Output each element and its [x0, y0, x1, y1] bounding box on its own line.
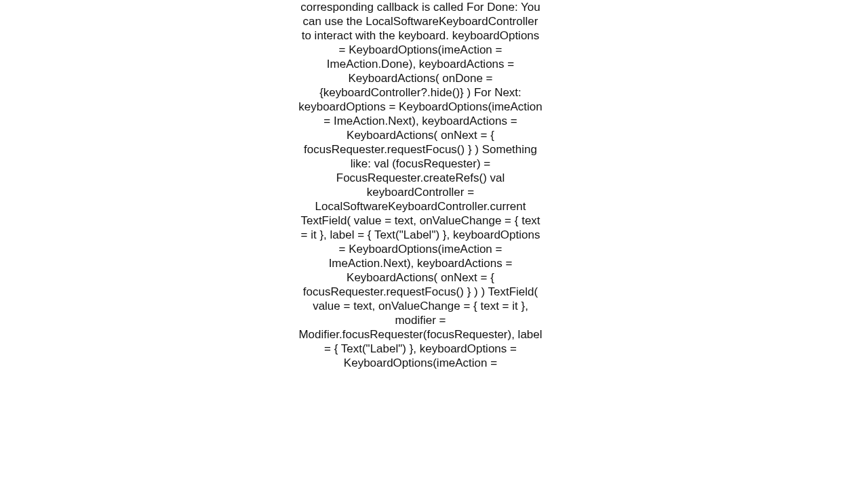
page-canvas: corresponding callback is called For Don…	[0, 0, 868, 488]
body-text: corresponding callback is called For Don…	[298, 0, 542, 370]
